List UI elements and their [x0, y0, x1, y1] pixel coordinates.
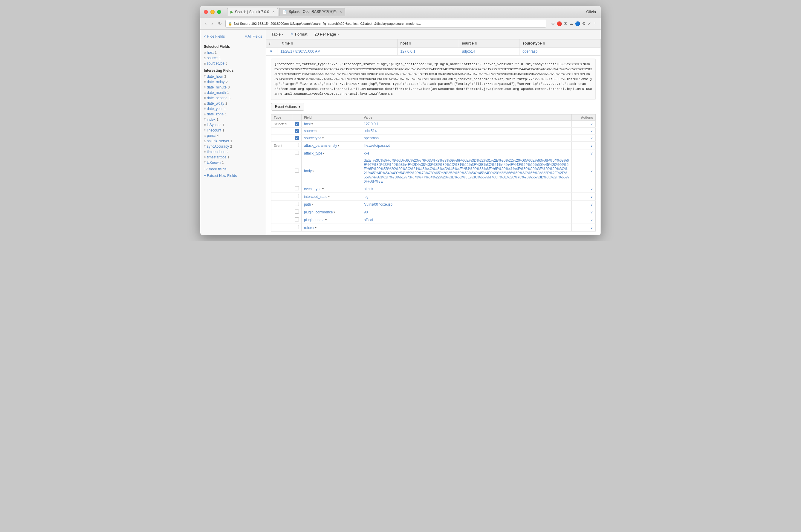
actions-chevron-icon[interactable]: ∨	[590, 187, 593, 191]
sidebar-field-date_second[interactable]: # date_second 8	[200, 95, 266, 101]
sidebar-field-date_hour[interactable]: # date_hour 3	[200, 74, 266, 79]
close-button[interactable]	[204, 10, 208, 14]
sidebar-field-date_wday[interactable]: a date_wday 2	[200, 101, 266, 106]
address-input-container[interactable]: 🔒 Not Secure 192.168.154.200:8000/en-US/…	[225, 20, 546, 27]
sidebar-field-punct[interactable]: a punct 4	[200, 133, 266, 138]
field-name[interactable]: linecount	[207, 128, 221, 132]
sidebar-field-syncAccuracy[interactable]: # syncAccuracy 2	[200, 144, 266, 149]
sidebar-field-index[interactable]: # index 1	[200, 117, 266, 122]
event-actions-button[interactable]: Event Actions ▾	[271, 103, 304, 111]
sourcetype-value[interactable]: openrasp	[522, 49, 537, 54]
tab-close-openrasp[interactable]: ✕	[340, 10, 342, 14]
col-header-host[interactable]: host ⇅	[397, 39, 459, 48]
field-check-cell[interactable]: ✓	[292, 134, 302, 142]
field-value-link[interactable]: /vulns/007-xxe.jsp	[364, 202, 393, 207]
tab-close-search[interactable]: ✕	[272, 10, 275, 14]
field-value-link[interactable]: udp:514	[364, 129, 377, 133]
field-name[interactable]: date_second	[207, 96, 227, 100]
field-name[interactable]: date_minute	[207, 85, 227, 89]
field-checkbox[interactable]	[295, 225, 299, 229]
all-fields-button[interactable]: ≡ All Fields	[245, 34, 262, 39]
actions-chevron-icon[interactable]: ∨	[590, 194, 593, 199]
sidebar-field-date_mday[interactable]: # date_mday 2	[200, 79, 266, 84]
field-name[interactable]: sourcetype	[207, 61, 225, 65]
mail-icon[interactable]: ✉	[564, 21, 567, 26]
field-name[interactable]: splunk_server	[207, 139, 229, 143]
field-name[interactable]: date_month	[207, 91, 226, 95]
field-name-link[interactable]: source ▾	[304, 129, 359, 133]
field-check-cell[interactable]	[292, 216, 302, 224]
format-button[interactable]: ✎ Format	[289, 31, 309, 37]
field-name[interactable]: date_zone	[207, 112, 224, 116]
field-dropdown-icon[interactable]: ▾	[325, 218, 327, 222]
field-value-link[interactable]: log	[364, 194, 368, 199]
field-name-link[interactable]: path ▾	[304, 202, 359, 207]
field-checkbox[interactable]	[295, 143, 299, 147]
field-name-link[interactable]: body ▾	[304, 169, 359, 173]
field-checkbox[interactable]: ✓	[295, 136, 299, 140]
field-name[interactable]: timeendpos	[207, 150, 225, 154]
field-name-link[interactable]: intercept_state ▾	[304, 194, 359, 199]
sidebar-field-date_minute[interactable]: # date_minute 8	[200, 84, 266, 90]
extensions-icon[interactable]: 🔴	[557, 21, 562, 26]
actions-chevron-icon[interactable]: ∨	[590, 226, 593, 230]
field-name-link[interactable]: plugin_confidence ▾	[304, 210, 359, 214]
table-button[interactable]: Table ▾	[270, 31, 285, 37]
sidebar-field-date_zone[interactable]: a date_zone 1	[200, 112, 266, 117]
field-name-link[interactable]: attack_type ▾	[304, 151, 359, 155]
hide-fields-button[interactable]: < Hide Fields	[204, 34, 225, 39]
reload-button[interactable]: ↻	[217, 20, 223, 27]
menu-icon[interactable]: ⋮	[593, 21, 597, 26]
field-name-link[interactable]: event_type ▾	[304, 187, 359, 191]
field-checkbox[interactable]	[295, 186, 299, 190]
field-name[interactable]: punct	[207, 134, 215, 138]
field-name[interactable]: timestartpos	[207, 155, 226, 159]
field-dropdown-icon[interactable]: ▾	[333, 210, 335, 214]
field-value-link[interactable]: 127.0.0.1	[364, 122, 379, 126]
back-button[interactable]: ‹	[204, 20, 208, 27]
field-dropdown-icon[interactable]: ▾	[312, 169, 314, 173]
sidebar-field-isSynced[interactable]: # isSynced 1	[200, 122, 266, 128]
check-icon[interactable]: ✓	[588, 21, 591, 26]
field-value-link[interactable]: xxe	[364, 151, 369, 155]
field-value-link[interactable]: offical	[364, 218, 373, 222]
row-expand-arrow[interactable]: ▼	[266, 48, 278, 56]
field-check-cell[interactable]	[292, 142, 302, 149]
timestamp-value[interactable]: 11/28/17 8:30:55.000 AM	[280, 49, 320, 54]
field-check-cell[interactable]	[292, 224, 302, 232]
tab-openrasp[interactable]: 📄 Splunk - OpenRASP 官方文档 ✕	[279, 8, 345, 16]
field-dropdown-icon[interactable]: ▾	[322, 187, 324, 190]
field-checkbox[interactable]	[295, 151, 299, 155]
field-check-cell[interactable]	[292, 149, 302, 157]
actions-chevron-icon[interactable]: ∨	[590, 136, 593, 140]
field-value-link[interactable]: openrasp	[364, 136, 379, 140]
field-dropdown-icon[interactable]: ▾	[328, 195, 330, 198]
sidebar-field-timeendpos[interactable]: # timeendpos 2	[200, 149, 266, 154]
field-checkbox[interactable]: ✓	[295, 129, 299, 133]
field-check-cell[interactable]	[292, 208, 302, 216]
cloud-icon[interactable]: ☁	[569, 21, 573, 26]
field-checkbox[interactable]	[295, 194, 299, 198]
field-name-link[interactable]: plugin_name ▾	[304, 218, 359, 222]
gear-icon[interactable]: ⚙	[582, 21, 586, 26]
field-check-cell[interactable]: ✓	[292, 120, 302, 128]
field-name-link[interactable]: sourcetype ▾	[304, 136, 359, 140]
toggle-icon[interactable]: 🔵	[575, 21, 580, 26]
forward-button[interactable]: ›	[210, 20, 214, 27]
field-dropdown-icon[interactable]: ▾	[311, 203, 313, 206]
field-name[interactable]: source	[207, 56, 217, 60]
actions-chevron-icon[interactable]: ∨	[590, 151, 593, 155]
minimize-button[interactable]	[210, 10, 215, 14]
tab-splunk-search[interactable]: ▶ Search | Splunk 7.0.0 ✕	[227, 8, 278, 16]
field-value-link[interactable]: attack	[364, 187, 373, 191]
field-checkbox[interactable]	[295, 169, 299, 173]
field-check-cell[interactable]	[292, 201, 302, 208]
field-dropdown-icon[interactable]: ▾	[315, 129, 317, 133]
sidebar-field-date_year[interactable]: # date_year 1	[200, 106, 266, 112]
per-page-button[interactable]: 20 Per Page ▾	[312, 31, 340, 37]
field-dropdown-icon[interactable]: ▾	[311, 122, 313, 126]
sidebar-field-sourcetype[interactable]: a sourcetype 3	[200, 61, 266, 66]
field-name[interactable]: date_hour	[207, 74, 223, 79]
col-header-source[interactable]: source ⇅	[459, 39, 519, 48]
field-dropdown-icon[interactable]: ▾	[323, 152, 324, 155]
